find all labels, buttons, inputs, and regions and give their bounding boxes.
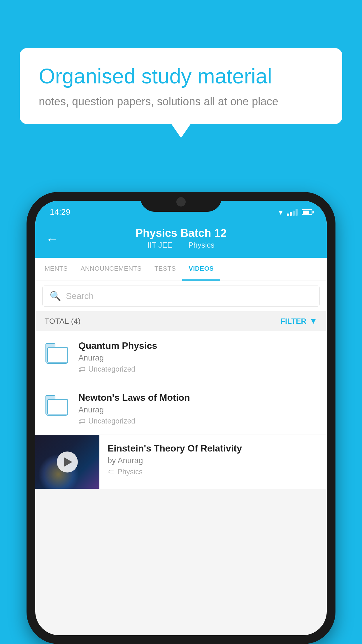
front-camera xyxy=(176,197,186,206)
play-triangle-icon xyxy=(64,457,72,467)
search-input[interactable]: Search xyxy=(66,291,94,301)
search-bar: 🔍 Search xyxy=(35,281,327,311)
video-list: Quantum Physics Anurag 🏷 Uncategorized xyxy=(35,331,327,489)
video-author-einstein: by Anurag xyxy=(108,456,319,465)
tab-ments[interactable]: MENTS xyxy=(38,258,74,281)
tag-icon: 🏷 xyxy=(78,365,85,373)
video-item-einstein[interactable]: Einstein's Theory Of Relativity by Anura… xyxy=(35,435,327,489)
video-title-einstein: Einstein's Theory Of Relativity xyxy=(108,443,319,454)
search-input-wrap[interactable]: 🔍 Search xyxy=(42,286,320,307)
folder-icon-newton xyxy=(44,392,70,419)
video-thumbnail-einstein xyxy=(35,435,99,489)
video-info-newton: Newton's Laws of Motion Anurag 🏷 Uncateg… xyxy=(78,392,318,425)
filter-bar: TOTAL (4) FILTER ▼ xyxy=(35,311,327,331)
hero-section: Organised study material notes, question… xyxy=(20,48,342,124)
phone-screen: 14:29 ▾ ← Physics Batch 1 xyxy=(35,201,327,635)
app-header: ← Physics Batch 12 IIT JEE Physics xyxy=(35,220,327,258)
search-icon: 🔍 xyxy=(50,290,61,302)
status-icons: ▾ xyxy=(279,207,312,217)
video-item-newton[interactable]: Newton's Laws of Motion Anurag 🏷 Uncateg… xyxy=(35,383,327,435)
video-tag-newton: 🏷 Uncategorized xyxy=(78,417,318,425)
tag-label-quantum: Uncategorized xyxy=(88,365,135,373)
batch-title: Physics Batch 12 xyxy=(136,227,227,239)
filter-button[interactable]: FILTER ▼ xyxy=(280,316,317,326)
folder-icon-quantum xyxy=(44,340,70,367)
phone-outer: 14:29 ▾ ← Physics Batch 1 xyxy=(27,192,335,644)
filter-label: FILTER xyxy=(280,317,306,326)
wifi-icon: ▾ xyxy=(279,207,283,217)
phone-notch xyxy=(140,192,222,212)
phone-frame: 14:29 ▾ ← Physics Batch 1 xyxy=(27,192,335,644)
tag-icon-einstein: 🏷 xyxy=(108,468,115,476)
tag-label-einstein: Physics xyxy=(117,468,143,476)
tab-announcements[interactable]: ANNOUNCEMENTS xyxy=(74,258,148,281)
video-tag-einstein: 🏷 Physics xyxy=(108,468,319,476)
filter-icon: ▼ xyxy=(309,316,317,326)
total-count: TOTAL (4) xyxy=(45,317,81,326)
hero-subtitle: notes, question papers, solutions all at… xyxy=(39,95,323,108)
video-title-quantum: Quantum Physics xyxy=(78,340,318,351)
subject-physics: Physics xyxy=(188,241,215,249)
video-tag-quantum: 🏷 Uncategorized xyxy=(78,365,318,373)
video-author-newton: Anurag xyxy=(78,405,318,414)
video-title-newton: Newton's Laws of Motion xyxy=(78,392,318,403)
play-button-einstein[interactable] xyxy=(57,452,78,473)
speech-bubble: Organised study material notes, question… xyxy=(20,48,342,124)
hero-title: Organised study material xyxy=(39,64,323,88)
subject-iit: IIT JEE xyxy=(147,241,172,249)
video-author-quantum: Anurag xyxy=(78,354,318,363)
back-button[interactable]: ← xyxy=(46,232,59,246)
tag-icon-newton: 🏷 xyxy=(78,417,85,425)
video-info-einstein: Einstein's Theory Of Relativity by Anura… xyxy=(99,435,327,484)
tabs-bar: MENTS ANNOUNCEMENTS TESTS VIDEOS xyxy=(35,258,327,281)
tag-label-newton: Uncategorized xyxy=(88,417,135,425)
battery-icon xyxy=(302,209,312,215)
signal-icon xyxy=(287,208,298,216)
tab-videos[interactable]: VIDEOS xyxy=(182,258,220,281)
status-time: 14:29 xyxy=(50,207,70,217)
tab-tests[interactable]: TESTS xyxy=(148,258,182,281)
batch-subtitle: IIT JEE Physics xyxy=(144,241,218,250)
video-item-quantum[interactable]: Quantum Physics Anurag 🏷 Uncategorized xyxy=(35,331,327,383)
video-info-quantum: Quantum Physics Anurag 🏷 Uncategorized xyxy=(78,340,318,373)
